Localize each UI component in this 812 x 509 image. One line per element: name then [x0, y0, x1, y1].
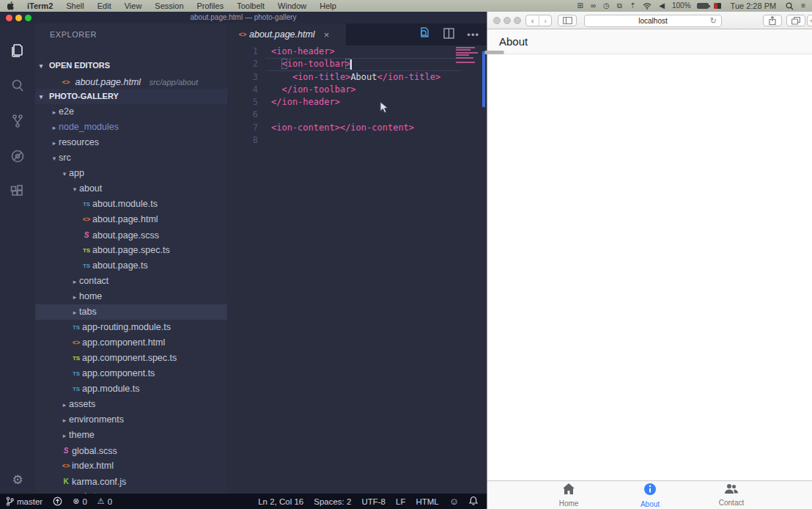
tree-item-home[interactable]: ▸home	[35, 289, 227, 304]
line-number: 5	[227, 96, 258, 109]
updates-icon[interactable]: ⇡	[626, 0, 639, 12]
code-line-3[interactable]: 3 <ion-title>About</ion-title>	[227, 71, 487, 84]
close-window-button[interactable]	[493, 17, 501, 24]
notification-center-icon[interactable]: ≡	[797, 0, 812, 12]
code-editor[interactable]: 1<ion-header>2 <ion-toolbar>3 <ion-title…	[227, 45, 487, 494]
clock-icon[interactable]: ◷	[599, 0, 613, 12]
tree-item-environments[interactable]: ▸environments	[35, 412, 227, 428]
spotlight-icon[interactable]	[782, 0, 797, 12]
tree-item-resources[interactable]: ▸resources	[35, 135, 227, 150]
display-icon[interactable]: ⧉	[613, 0, 626, 12]
chevron-right-icon: ▸	[50, 120, 59, 136]
debug-disabled-icon[interactable]	[0, 139, 35, 173]
tree-item-app.module.ts[interactable]: TSapp.module.ts	[35, 381, 227, 397]
encoding-setting[interactable]: UTF-8	[361, 497, 385, 506]
notifications-bell-icon[interactable]	[469, 496, 478, 507]
project-section-header[interactable]: ▾ PHOTO-GALLERY	[35, 89, 227, 104]
menu-profiles[interactable]: Profiles	[191, 0, 231, 12]
close-tab-icon[interactable]: ×	[324, 29, 330, 40]
zoom-window-button[interactable]	[514, 17, 521, 24]
tree-item-app-routing.module.ts[interactable]: TSapp-routing.module.ts	[35, 320, 227, 335]
tree-item-about[interactable]: ▾about	[35, 181, 227, 197]
cursor-position[interactable]: Ln 2, Col 16	[258, 497, 303, 506]
tab-about[interactable]: About	[610, 481, 691, 509]
git-branch-indicator[interactable]: master	[6, 497, 43, 506]
tree-item-karma.conf.js[interactable]: Kkarma.conf.js	[35, 474, 227, 489]
tree-item-node_modules[interactable]: ▸node_modules	[35, 120, 227, 135]
warning-count[interactable]: ⚠ 0	[97, 497, 112, 506]
error-count[interactable]: ⊗ 0	[73, 497, 87, 506]
tree-item-global.scss[interactable]: Sglobal.scss	[35, 443, 227, 458]
minimap[interactable]	[456, 47, 481, 65]
tree-item-src[interactable]: ▾src	[35, 150, 227, 166]
menu-edit[interactable]: Edit	[91, 0, 118, 12]
input-source-flag-icon[interactable]	[714, 3, 721, 9]
infinity-icon[interactable]: ∞	[587, 0, 599, 12]
code-line-7[interactable]: 7<ion-content></ion-content>	[227, 122, 487, 134]
indentation-setting[interactable]: Spaces: 2	[314, 497, 351, 506]
search-icon[interactable]	[0, 69, 35, 103]
sidebar-toggle-button[interactable]	[558, 15, 577, 26]
menu-toolbelt[interactable]: Toolbelt	[230, 0, 271, 12]
share-button[interactable]	[763, 15, 782, 26]
tree-item-label: theme	[69, 430, 95, 440]
tree-item-theme[interactable]: ▸theme	[35, 428, 227, 443]
tree-item-e2e[interactable]: ▸e2e	[35, 104, 227, 120]
menubar-clock[interactable]: Tue 2:28 PM	[725, 1, 783, 10]
tree-item-about.module.ts[interactable]: TSabout.module.ts	[35, 197, 227, 212]
tab-contact[interactable]: Contact	[691, 481, 772, 509]
wifi-icon[interactable]	[639, 0, 655, 12]
tree-item-about.page.html[interactable]: <>about.page.html	[35, 212, 227, 227]
language-mode[interactable]: HTML	[416, 497, 438, 506]
tree-item-index.html[interactable]: <>index.html	[35, 458, 227, 474]
apple-menu[interactable]	[0, 1, 21, 10]
tab-about-page-html[interactable]: <> about.page.html ×	[227, 23, 346, 45]
tree-item-about.page.spec.ts[interactable]: TSabout.page.spec.ts	[35, 243, 227, 258]
code-line-8[interactable]: 8	[227, 134, 487, 147]
editor-tab-strip: <> about.page.html × •••	[227, 23, 487, 45]
back-button[interactable]: ‹	[526, 15, 539, 26]
publish-changes-button[interactable]	[53, 497, 62, 506]
tree-item-about.page.ts[interactable]: TSabout.page.ts	[35, 258, 227, 274]
extensions-icon[interactable]	[0, 175, 35, 208]
menu-view[interactable]: View	[118, 0, 149, 12]
tab-overview-button[interactable]	[786, 15, 805, 26]
open-editor-item[interactable]: <> about.page.html src/app/about	[35, 73, 227, 89]
menu-window[interactable]: Window	[271, 0, 313, 12]
vscode-titlebar[interactable]: about.page.html — photo-gallery	[0, 12, 487, 23]
open-editors-header[interactable]: ▾ OPEN EDITORS	[35, 58, 227, 73]
code-line-1[interactable]: 1<ion-header>	[227, 45, 487, 58]
tree-item-about.page.scss[interactable]: Sabout.page.scss	[35, 227, 227, 243]
feedback-smiley-icon[interactable]: ☺	[449, 496, 459, 507]
source-control-icon[interactable]	[0, 104, 35, 138]
open-file-search-icon[interactable]	[418, 26, 431, 43]
code-line-4[interactable]: 4 </ion-toolbar>	[227, 84, 487, 96]
tab-home[interactable]: Home	[528, 481, 610, 509]
code-line-2[interactable]: 2 <ion-toolbar>	[227, 58, 487, 70]
split-editor-icon[interactable]	[443, 27, 455, 43]
menu-shell[interactable]: Shell	[59, 0, 90, 12]
code-line-6[interactable]: 6	[227, 109, 487, 121]
grid-icon[interactable]: ⊞	[574, 0, 587, 12]
tree-item-tabs[interactable]: ▸tabs	[35, 304, 227, 320]
volume-icon[interactable]: ◀	[655, 0, 668, 12]
reload-icon[interactable]: ↻	[710, 16, 717, 26]
tree-item-app.component.ts[interactable]: TSapp.component.ts	[35, 366, 227, 381]
tree-item-app.component.spec.ts[interactable]: TSapp.component.spec.ts	[35, 351, 227, 366]
address-bar[interactable]: localhost ↻	[584, 15, 722, 27]
menu-iterm2[interactable]: iTerm2	[21, 0, 59, 12]
more-actions-icon[interactable]: •••	[467, 29, 479, 40]
explorer-icon[interactable]	[0, 34, 35, 67]
eol-setting[interactable]: LF	[396, 497, 405, 506]
new-tab-button[interactable]: +	[807, 15, 812, 26]
code-line-5[interactable]: 5</ion-header>	[227, 96, 487, 109]
tree-item-contact[interactable]: ▸contact	[35, 274, 227, 289]
settings-gear-icon[interactable]: ⚙	[0, 472, 35, 488]
tree-item-app.component.html[interactable]: <>app.component.html	[35, 335, 227, 351]
minimize-window-button[interactable]	[503, 17, 511, 24]
menu-session[interactable]: Session	[148, 0, 190, 12]
tree-item-app[interactable]: ▾app	[35, 166, 227, 181]
forward-button[interactable]: ›	[539, 15, 551, 26]
tree-item-assets[interactable]: ▸assets	[35, 397, 227, 412]
menu-help[interactable]: Help	[313, 0, 343, 12]
